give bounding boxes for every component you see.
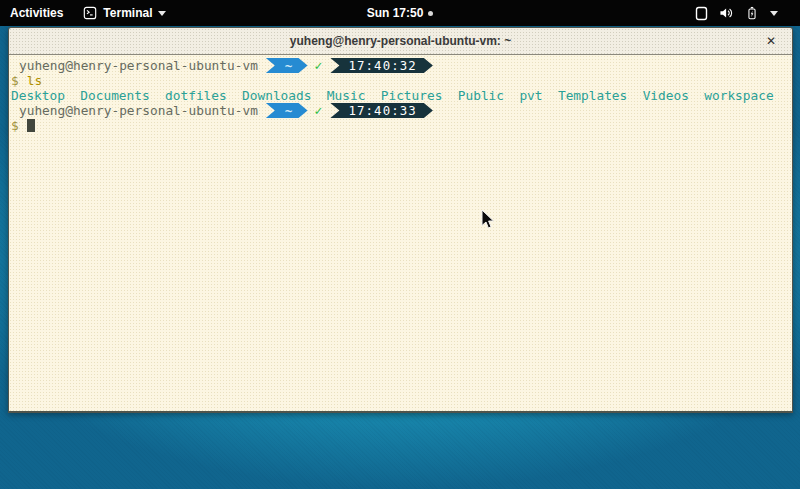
cwd-badge: ~	[266, 103, 308, 118]
directory-name: Music	[327, 88, 366, 103]
directory-name: Desktop	[11, 88, 65, 103]
battery-charging-icon	[745, 6, 759, 21]
text-cursor	[27, 119, 35, 132]
window-titlebar[interactable]: yuheng@henry-personal-ubuntu-vm: ~ ✕	[9, 28, 792, 55]
close-button[interactable]: ✕	[760, 28, 782, 54]
time-badge: 17:40:32	[330, 58, 432, 73]
directory-name: Public	[458, 88, 504, 103]
clock-label[interactable]: Sun 17:50	[367, 6, 424, 20]
activities-button[interactable]: Activities	[0, 0, 75, 26]
ls-output-line: Desktop Documents dotfiles Downloads Mus…	[11, 88, 790, 103]
chevron-down-icon	[158, 11, 166, 16]
directory-name: Downloads	[242, 88, 311, 103]
system-status-area[interactable]	[695, 0, 778, 26]
directory-name: workspace	[704, 88, 773, 103]
cwd-badge: ~	[266, 58, 308, 73]
top-bar: Activities Terminal Sun 17:50	[0, 0, 800, 26]
app-menu-terminal[interactable]: Terminal	[75, 0, 174, 26]
check-icon: ✓	[315, 103, 323, 118]
terminal-app-icon	[83, 6, 97, 20]
terminal-content[interactable]: yuheng@henry-personal-ubuntu-vm ~ ✓ 17:4…	[9, 55, 792, 411]
directory-name: dotfiles	[165, 88, 227, 103]
display-icon	[695, 6, 708, 21]
time-badge: 17:40:33	[330, 103, 432, 118]
directory-name: Templates	[558, 88, 627, 103]
prompt-symbol: $	[11, 118, 19, 133]
volume-icon	[719, 6, 734, 20]
check-icon: ✓	[315, 58, 323, 73]
directory-name: Documents	[80, 88, 149, 103]
mouse-cursor-icon	[481, 209, 497, 235]
prompt-symbol: $	[11, 73, 19, 88]
notification-dot	[428, 11, 433, 16]
directory-name: Pictures	[381, 88, 443, 103]
prompt-line: yuheng@henry-personal-ubuntu-vm ~ ✓ 17:4…	[11, 103, 790, 118]
prompt-user: yuheng@henry-personal-ubuntu-vm	[11, 103, 258, 118]
directory-name: pvt	[519, 88, 542, 103]
app-menu-label: Terminal	[103, 6, 152, 20]
prompt-user: yuheng@henry-personal-ubuntu-vm	[11, 58, 258, 73]
prompt-line: yuheng@henry-personal-ubuntu-vm ~ ✓ 17:4…	[11, 58, 790, 73]
command-line: $ ls	[11, 73, 790, 88]
window-title: yuheng@henry-personal-ubuntu-vm: ~	[290, 34, 511, 48]
terminal-window: yuheng@henry-personal-ubuntu-vm: ~ ✕ yuh…	[8, 27, 793, 413]
chevron-down-icon	[770, 11, 778, 16]
command-text: ls	[27, 73, 42, 88]
input-line: $	[11, 118, 790, 133]
directory-name: Videos	[643, 88, 689, 103]
